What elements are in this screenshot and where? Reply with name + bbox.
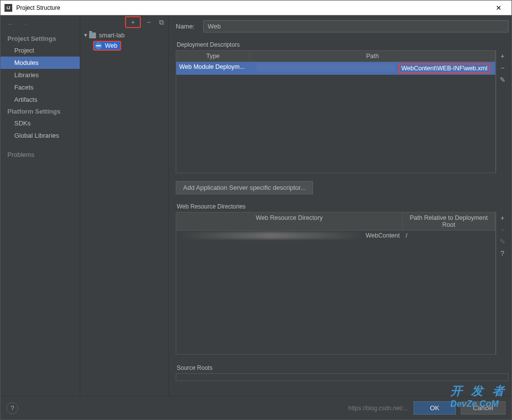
expand-icon: ▼ bbox=[83, 32, 88, 38]
wrd-remove-button[interactable]: − bbox=[499, 226, 507, 234]
add-descriptor-row: Add Application Server specific descript… bbox=[176, 181, 509, 194]
app-icon: IJ bbox=[4, 4, 12, 12]
tree-node-web[interactable]: Web bbox=[80, 40, 168, 51]
tree-label: smart-lab bbox=[99, 32, 125, 39]
web-resources-table: Web Resource Directory Path Relative to … bbox=[176, 212, 496, 355]
name-input[interactable] bbox=[203, 20, 509, 32]
sidebar-item-global-libraries[interactable]: Global Libraries bbox=[0, 129, 80, 142]
section-platform-settings: Platform Settings bbox=[0, 106, 80, 117]
dd-remove-button[interactable]: − bbox=[499, 64, 507, 72]
wrd-dir-suffix: WebContent bbox=[366, 232, 400, 239]
sidebar-item-artifacts[interactable]: Artifacts bbox=[0, 93, 80, 106]
window-title: Project Structure bbox=[16, 4, 490, 11]
add-app-server-descriptor-button[interactable]: Add Application Server specific descript… bbox=[176, 181, 313, 194]
web-resources-title: Web Resource Directories bbox=[176, 201, 509, 212]
copy-module-button[interactable]: ⧉ bbox=[158, 18, 165, 26]
plus-icon: + bbox=[129, 18, 137, 26]
wrd-cell-dir: WebContent bbox=[176, 231, 403, 240]
wrd-edit-button[interactable]: ✎ bbox=[499, 238, 507, 245]
sidebar-item-problems[interactable]: Problems bbox=[0, 149, 80, 161]
help-button[interactable]: ? bbox=[6, 402, 18, 414]
add-module-button[interactable]: + bbox=[125, 16, 141, 28]
source-roots-table bbox=[176, 373, 509, 381]
nav-history: ← → bbox=[0, 18, 80, 33]
module-tree-panel: + − ⧉ ▼ smart-lab Web bbox=[80, 15, 169, 396]
dd-path-suffix: WebContent\WEB-INF\web.xml bbox=[398, 63, 490, 73]
redacted-dir bbox=[179, 232, 364, 239]
facet-main-panel: Name: Deployment Descriptors Type Path W… bbox=[169, 15, 512, 396]
web-resources-panel: Web Resource Directory Path Relative to … bbox=[176, 212, 509, 355]
module-tree: ▼ smart-lab Web bbox=[80, 29, 168, 51]
remove-module-button[interactable]: − bbox=[145, 18, 153, 26]
section-project-settings: Project Settings bbox=[0, 33, 80, 44]
tree-node-web-highlight: Web bbox=[93, 41, 121, 51]
nav-back-icon[interactable]: ← bbox=[7, 20, 14, 28]
settings-sidebar: ← → Project Settings Project Modules Lib… bbox=[0, 15, 80, 396]
sidebar-item-libraries[interactable]: Libraries bbox=[0, 69, 80, 81]
dd-edit-button[interactable]: ✎ bbox=[499, 76, 507, 84]
name-row: Name: bbox=[176, 20, 509, 32]
tree-node-root[interactable]: ▼ smart-lab bbox=[80, 30, 168, 40]
source-roots-panel bbox=[176, 373, 509, 381]
redacted-path bbox=[256, 63, 395, 71]
wrd-cell-rel: / bbox=[403, 231, 495, 240]
dd-table-head: Type Path bbox=[176, 51, 495, 62]
wrd-row[interactable]: WebContent / bbox=[176, 231, 495, 240]
tree-toolbar: + − ⧉ bbox=[80, 15, 168, 29]
ok-button[interactable]: OK bbox=[414, 401, 455, 415]
project-structure-window: IJ Project Structure ✕ ← → Project Setti… bbox=[0, 0, 512, 420]
deployment-descriptors-panel: Type Path Web Module Deploym... WebConte… bbox=[176, 50, 509, 173]
wrd-col-dir[interactable]: Web Resource Directory bbox=[176, 212, 403, 230]
wrd-add-button[interactable]: + bbox=[499, 214, 507, 222]
wrd-table-body: WebContent / bbox=[176, 231, 495, 354]
wrd-table-head: Web Resource Directory Path Relative to … bbox=[176, 212, 495, 231]
dd-col-path[interactable]: Path bbox=[250, 51, 495, 61]
deployment-descriptors-table: Type Path Web Module Deploym... WebConte… bbox=[176, 50, 496, 173]
sidebar-item-sdks[interactable]: SDKs bbox=[0, 117, 80, 129]
close-icon[interactable]: ✕ bbox=[490, 4, 508, 12]
wrd-help-button[interactable]: ? bbox=[499, 249, 507, 257]
watermark-text: https://blog.csdn.net/... bbox=[348, 405, 408, 412]
web-icon bbox=[95, 42, 102, 49]
wrd-tools: + − ✎ ? bbox=[496, 212, 509, 355]
tree-label: Web bbox=[105, 42, 117, 49]
deployment-descriptors-title: Deployment Descriptors bbox=[176, 39, 509, 50]
titlebar: IJ Project Structure ✕ bbox=[0, 0, 512, 15]
cancel-button[interactable]: Cancel bbox=[461, 401, 506, 415]
dd-row[interactable]: Web Module Deploym... WebContent\WEB-INF… bbox=[176, 62, 495, 75]
sidebar-item-facets[interactable]: Facets bbox=[0, 81, 80, 93]
sidebar-item-modules[interactable]: Modules bbox=[0, 57, 80, 69]
wrd-col-rel[interactable]: Path Relative to Deployment Root bbox=[403, 212, 495, 230]
dd-cell-type: Web Module Deploym... bbox=[176, 62, 250, 75]
dd-col-type[interactable]: Type bbox=[176, 51, 250, 61]
nav-forward-icon[interactable]: → bbox=[21, 20, 28, 28]
dialog-body: ← → Project Settings Project Modules Lib… bbox=[0, 15, 512, 396]
dd-table-body: Web Module Deploym... WebContent\WEB-INF… bbox=[176, 62, 495, 173]
sidebar-item-project[interactable]: Project bbox=[0, 44, 80, 57]
dialog-footer: ? https://blog.csdn.net/... OK Cancel bbox=[0, 396, 512, 420]
dd-cell-path: WebContent\WEB-INF\web.xml bbox=[250, 62, 495, 75]
source-roots-title: Source Roots bbox=[176, 362, 509, 373]
dd-tools: + − ✎ bbox=[496, 50, 509, 173]
dd-add-button[interactable]: + bbox=[499, 52, 507, 60]
folder-icon bbox=[89, 32, 96, 38]
name-label: Name: bbox=[176, 23, 203, 30]
